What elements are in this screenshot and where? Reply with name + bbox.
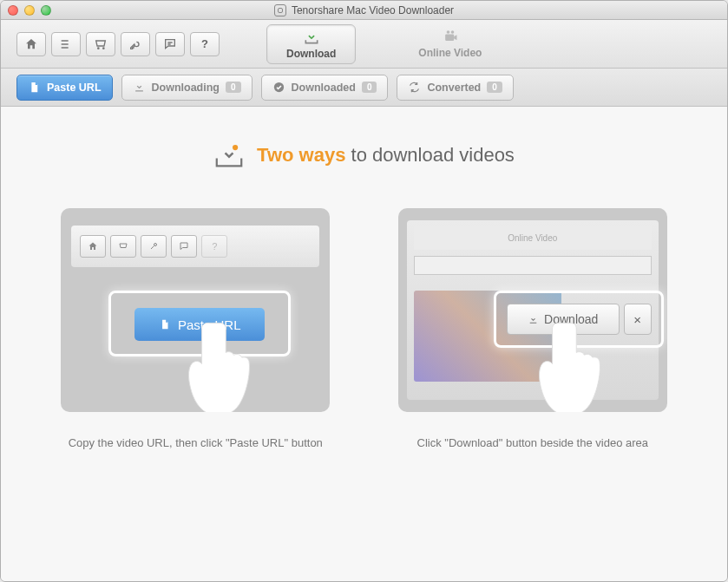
- tab-download[interactable]: Download: [266, 24, 356, 64]
- paste-url-label: Paste URL: [47, 82, 102, 94]
- headline-orange: Two ways: [257, 144, 345, 166]
- headline-rest: to download videos: [345, 144, 514, 166]
- help-button[interactable]: ?: [190, 32, 220, 56]
- downloaded-filter[interactable]: Downloaded 0: [261, 75, 389, 101]
- download-tab-icon: [302, 29, 321, 46]
- mini-home-icon: [80, 235, 106, 258]
- app-logo-icon: [274, 4, 286, 16]
- toolbar: ? Download Online Video: [1, 20, 727, 69]
- minimize-window-button[interactable]: [24, 5, 35, 16]
- feedback-button[interactable]: [155, 32, 185, 56]
- svg-point-0: [447, 30, 450, 34]
- paste-url-button[interactable]: Paste URL: [16, 75, 113, 101]
- traffic-lights: [8, 5, 51, 16]
- card-download: Online Video Download ×: [398, 208, 667, 412]
- headline-area: Two ways to download videos: [53, 141, 675, 169]
- content-area: Two ways to download videos ?: [1, 107, 727, 582]
- list-icon: [59, 37, 73, 51]
- paste-icon: [28, 81, 41, 94]
- svg-rect-2: [445, 34, 454, 41]
- downloaded-count: 0: [362, 82, 377, 93]
- cart-icon: [94, 37, 108, 51]
- close-x: ×: [633, 312, 641, 327]
- card-right-header-mock: Online Video: [414, 226, 652, 250]
- zoom-window-button[interactable]: [41, 5, 51, 16]
- card-right-column: Online Video Download ×: [390, 208, 676, 449]
- hand-pointer-icon: [533, 317, 615, 412]
- cards-row: ? Paste URL Copy the video URL, then cli…: [53, 208, 675, 449]
- check-icon: [272, 81, 285, 94]
- camera-icon: [441, 28, 460, 45]
- svg-point-4: [233, 145, 238, 150]
- downloading-label: Downloading: [152, 82, 220, 94]
- converted-count: 0: [487, 82, 502, 93]
- mini-help-icon: ?: [201, 235, 227, 258]
- card-right-urlbar-mock: [414, 256, 652, 275]
- mini-key-icon: [141, 235, 167, 258]
- paste-chip-icon: [159, 318, 171, 330]
- headline-text: Two ways to download videos: [257, 144, 515, 167]
- card-right-header-label: Online Video: [508, 233, 557, 243]
- mini-speech-icon: [171, 235, 197, 258]
- inbox-download-icon: [213, 141, 245, 169]
- convert-icon: [408, 81, 421, 94]
- downloading-filter[interactable]: Downloading 0: [121, 75, 253, 101]
- close-window-button[interactable]: [8, 5, 18, 16]
- home-button[interactable]: [16, 32, 46, 56]
- converted-label: Converted: [427, 82, 481, 94]
- svg-point-5: [154, 244, 157, 246]
- home-icon: [24, 37, 38, 51]
- help-icon: ?: [201, 37, 208, 50]
- illustration-close-chip: ×: [624, 304, 652, 335]
- svg-point-1: [451, 30, 455, 34]
- hand-pointer-icon: [182, 317, 265, 412]
- card-paste-url: ? Paste URL: [61, 208, 330, 412]
- card-left-caption: Copy the video URL, then click "Paste UR…: [69, 436, 323, 449]
- speech-icon: [163, 37, 177, 51]
- cart-button[interactable]: [86, 32, 115, 56]
- key-icon: [128, 37, 142, 51]
- card-right-caption: Click "Download" button beside the video…: [417, 436, 649, 449]
- filter-bar: Paste URL Downloading 0 Downloaded 0 Con…: [1, 69, 727, 107]
- mini-cart-icon: [110, 235, 136, 258]
- downloaded-label: Downloaded: [292, 82, 356, 94]
- downloading-count: 0: [226, 82, 241, 93]
- tab-download-label: Download: [286, 48, 336, 60]
- window-title: Tenorshare Mac Video Downloader: [292, 4, 454, 16]
- app-window: Tenorshare Mac Video Downloader ?: [0, 0, 728, 582]
- list-button[interactable]: [51, 32, 81, 56]
- titlebar: Tenorshare Mac Video Downloader: [1, 1, 727, 20]
- title-wrap: Tenorshare Mac Video Downloader: [1, 4, 727, 16]
- converted-filter[interactable]: Converted 0: [397, 75, 513, 101]
- key-button[interactable]: [121, 32, 150, 56]
- main-tabs: Download Online Video: [266, 24, 501, 64]
- card-left-column: ? Paste URL Copy the video URL, then cli…: [53, 208, 338, 449]
- card-left-toolbar-mock: ?: [71, 226, 319, 267]
- tab-online-video-label: Online Video: [418, 47, 482, 59]
- downloading-icon: [133, 81, 146, 94]
- tab-online-video[interactable]: Online Video: [399, 24, 501, 64]
